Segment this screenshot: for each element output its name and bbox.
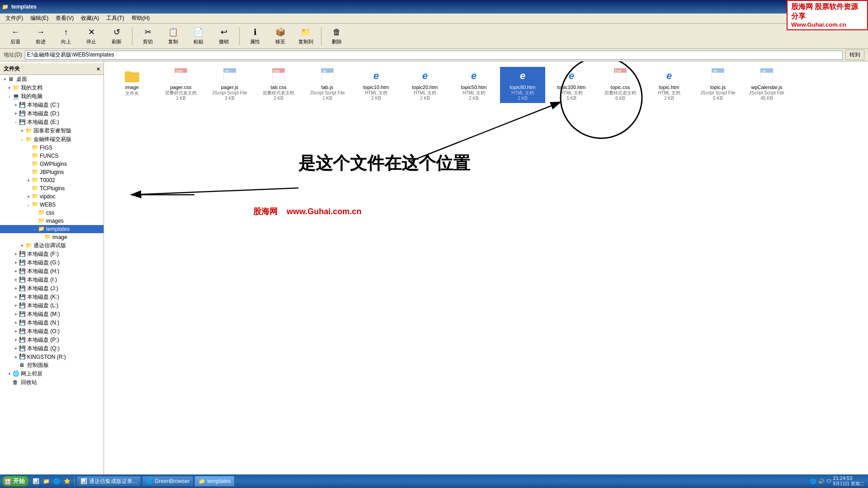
properties-button[interactable]: ℹ 属性	[243, 25, 267, 47]
tree-item-drive-q[interactable]: + 💾 本地磁盘 (Q:)	[0, 344, 104, 353]
file-item-image[interactable]: image 文件夹	[109, 67, 155, 103]
tree-item-guotai[interactable]: + 📁 国泰君安睿智版	[0, 127, 104, 135]
tree-item-images[interactable]: 📁 images	[0, 217, 104, 225]
file-item-topic20[interactable]: e topic20.htm HTML 文档 2 KB	[402, 67, 448, 103]
tree-item-drive-m[interactable]: + 💾 本地磁盘 (M:)	[0, 310, 104, 319]
tree-item-jbplugins[interactable]: 📁 JBPlugins	[0, 168, 104, 176]
tree-item-drive-o[interactable]: + 💾 本地磁盘 (O:)	[0, 327, 104, 336]
menu-file[interactable]: 文件(F)	[2, 14, 27, 23]
forward-button[interactable]: → 前进	[29, 25, 52, 47]
tree-item-css[interactable]: 📁 css	[0, 209, 104, 217]
tree-item-vipdoc[interactable]: + 📁 vipdoc	[0, 192, 104, 201]
address-go-button[interactable]: 转到	[845, 50, 864, 60]
tree-item-tongda[interactable]: + 📁 通达信调试版	[0, 241, 104, 250]
file-item-tab-js[interactable]: JS tab.js JScript Script File 1 KB	[305, 67, 350, 103]
tree-item-templates[interactable]: - 📁 templates	[0, 225, 104, 233]
tree-item-drive-j[interactable]: + 💾 本地磁盘 (J:)	[0, 284, 104, 293]
tree-item-mypc[interactable]: - 💻 我的电脑	[0, 92, 104, 101]
tree-item-recycle[interactable]: 🗑 回收站	[0, 378, 104, 387]
stop-button[interactable]: ✕ 停止	[80, 25, 103, 47]
file-item-topic-css[interactable]: CSS topic.css 层叠样式表文档 6 KB	[598, 67, 643, 103]
tree-item-funcs[interactable]: 📁 FUNCS	[0, 152, 104, 160]
file-item-topic-htm[interactable]: e topic.htm HTML 文档 2 KB	[646, 67, 692, 103]
tree-item-drive-c[interactable]: + 💾 本地磁盘 (C:)	[0, 101, 104, 109]
brand-box: 股海网 股票软件资源分享 Www.Guhai.com.cn	[787, 0, 868, 30]
back-button[interactable]: ← 后退	[4, 25, 27, 47]
tree-item-control[interactable]: 🖥 控制面板	[0, 361, 104, 370]
mypc-icon: 💻	[13, 93, 20, 100]
quick-launch-icon-4[interactable]: ⭐	[62, 478, 72, 484]
tree-item-drive-r[interactable]: + 💾 KINGSTON (R:)	[0, 353, 104, 361]
file-item-topic-js[interactable]: JS topic.js JScript Script File 5 KB	[695, 67, 741, 103]
tray-icon-network: 🌐	[810, 479, 816, 484]
delete-button[interactable]: 🗑 删除	[325, 25, 349, 47]
tree-item-webs[interactable]: - 📁 WEBS	[0, 201, 104, 209]
copy-to-button[interactable]: 📁 复制到	[294, 25, 317, 47]
quick-launch-icon-3[interactable]: 🌐	[52, 478, 62, 484]
tree-item-drive-p[interactable]: + 💾 本地磁盘 (P:)	[0, 336, 104, 344]
file-size-topic-css: 6 KB	[615, 96, 625, 101]
tree-item-image-sub[interactable]: 📁 image	[0, 233, 104, 241]
file-name-topic80: topic80.htm	[510, 84, 536, 90]
tree-item-drive-d[interactable]: + 💾 本地磁盘 (D:)	[0, 109, 104, 118]
taskbar-item-greenbrowser[interactable]: 🌐 GreenBrowser	[142, 476, 193, 487]
refresh-button[interactable]: ↺ 刷新	[105, 25, 128, 47]
move-button[interactable]: 📦 移至	[269, 25, 292, 47]
tree-item-drive-k[interactable]: + 💾 本地磁盘 (K:)	[0, 293, 104, 301]
tree-label-g: 本地磁盘 (G:)	[27, 259, 60, 267]
tree-item-drive-f[interactable]: + 💾 本地磁盘 (F:)	[0, 250, 104, 258]
tree-item-drive-l[interactable]: + 💾 本地磁盘 (L:)	[0, 301, 104, 310]
tree-item-t0002[interactable]: + 📁 T0002	[0, 176, 104, 184]
up-button[interactable]: ↑ 向上	[54, 25, 78, 47]
tree-item-drive-g[interactable]: + 💾 本地磁盘 (G:)	[0, 258, 104, 267]
file-name-topic-js: topic.js	[710, 84, 726, 90]
tree-expand-g: +	[13, 260, 19, 266]
file-size-pager-js: 3 KB	[225, 96, 235, 101]
file-item-tab-css[interactable]: CSS tab.css 层叠样式表文档 2 KB	[256, 67, 301, 103]
drive-k-icon: 💾	[19, 294, 26, 301]
start-button[interactable]: 🪟 开始	[2, 476, 29, 487]
tree-item-gwplugins[interactable]: 📁 GWPlugins	[0, 160, 104, 168]
tree-item-figs[interactable]: 📁 FIGS	[0, 144, 104, 152]
tree-item-mydocs[interactable]: + 📁 我的文档	[0, 84, 104, 92]
copy-button[interactable]: 📋 复制	[161, 25, 185, 47]
file-item-pager-js[interactable]: JS pager.js JScript Script File 3 KB	[207, 67, 252, 103]
cut-button[interactable]: ✂ 剪切	[136, 25, 160, 47]
file-item-topic80[interactable]: e topic80.htm HTML 文档 2 KB	[500, 67, 545, 103]
taskbar-item-tongda[interactable]: 📊 通达信集成版证券...	[76, 476, 141, 487]
file-item-topic10[interactable]: e topic10.htm HTML 文档 2 KB	[354, 67, 399, 103]
quick-launch-icon-1[interactable]: 📊	[31, 478, 41, 484]
file-size-topic-htm: 2 KB	[664, 96, 674, 101]
funcs-icon: 📁	[32, 152, 39, 160]
sidebar-close-button[interactable]: ×	[97, 66, 100, 72]
file-item-wpcalendar[interactable]: JS wpCalendar.js JScript Script File 45 …	[744, 67, 789, 103]
tree-item-jinrong[interactable]: - 📁 金融终端交易版	[0, 135, 104, 144]
tray-date: 9月11日 星期二	[833, 481, 864, 487]
tree-item-network[interactable]: + 🌐 网上邻居	[0, 370, 104, 378]
address-input[interactable]	[25, 51, 843, 60]
tree-item-drive-e[interactable]: - 💾 本地磁盘 (E:)	[0, 118, 104, 127]
menu-edit[interactable]: 编辑(E)	[27, 14, 52, 23]
menu-view[interactable]: 查看(V)	[52, 14, 77, 23]
file-item-pager-css[interactable]: CSS pager.css 层叠样式表文档 1 KB	[158, 67, 203, 103]
file-item-topic100[interactable]: e topic100.htm HTML 文档 5 KB	[549, 67, 594, 103]
paste-button[interactable]: 📄 粘贴	[187, 25, 210, 47]
taskbar-icon-greenbrowser: 🌐	[146, 478, 153, 484]
tree-expand-gwplugins	[25, 161, 32, 167]
tree-item-drive-h[interactable]: + 💾 本地磁盘 (H:)	[0, 267, 104, 276]
undo-button[interactable]: ↩ 撤销	[212, 25, 236, 47]
taskbar-label-tongda: 通达信集成版证券...	[89, 478, 137, 485]
file-item-topic50[interactable]: e topic50.htm HTML 文档 2 KB	[451, 67, 496, 103]
file-name-topic100: topic100.htm	[557, 84, 586, 90]
taskbar-item-templates[interactable]: 📁 templates	[194, 476, 235, 487]
tree-item-desktop[interactable]: + 🖥 桌面	[0, 75, 104, 84]
brand-line2: Www.Guhai.com.cn	[791, 21, 863, 28]
menu-help[interactable]: 帮助(H)	[128, 14, 154, 23]
menu-tools[interactable]: 工具(T)	[103, 14, 127, 23]
quick-launch-icon-2[interactable]: 📁	[41, 478, 52, 484]
tree-item-drive-i[interactable]: + 💾 本地磁盘 (I:)	[0, 276, 104, 284]
menu-favorites[interactable]: 收藏(A)	[77, 14, 103, 23]
tree-item-tcplugins[interactable]: 📁 TCPlugins	[0, 184, 104, 192]
tree-item-drive-n[interactable]: + 💾 本地磁盘 (N:)	[0, 319, 104, 327]
tray-icon-volume: 🔊	[818, 479, 825, 484]
